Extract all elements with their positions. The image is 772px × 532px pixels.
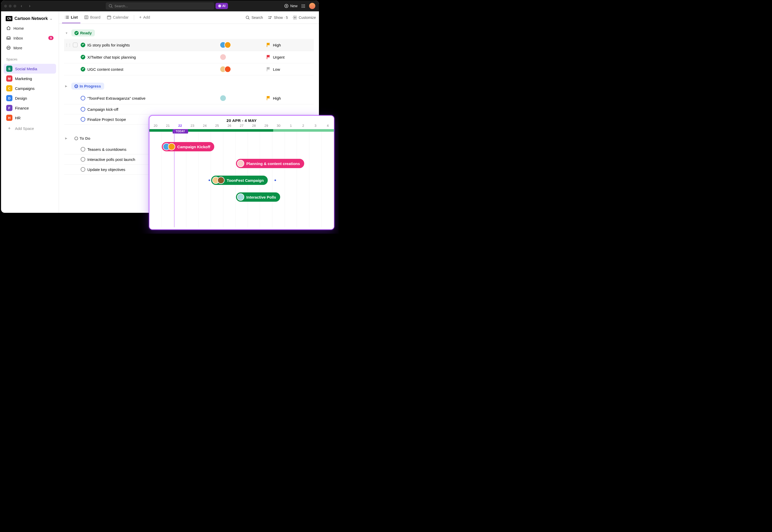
nav-forward[interactable]: › <box>27 4 33 8</box>
svg-point-11 <box>294 17 296 18</box>
svg-point-10 <box>270 18 271 19</box>
space-icon: C <box>6 85 12 91</box>
user-avatar[interactable] <box>309 3 315 9</box>
workspace-logo: CN <box>6 16 12 21</box>
task-name: X/Twitter chat topic planning <box>87 55 220 59</box>
gantt-day: 28 <box>248 124 260 128</box>
nav-back[interactable]: ‹ <box>18 4 25 8</box>
add-space-button[interactable]: + Add Space <box>4 124 56 133</box>
sidebar-home[interactable]: Home <box>4 24 56 33</box>
sidebar: CN Cartoon Network ⌄ Home Inbox 9 More S… <box>1 11 59 213</box>
svg-point-3 <box>7 48 8 48</box>
gantt-range-label: 20 APR - 4 MAY <box>149 116 334 124</box>
task-row[interactable]: ⋮⋮ "ToonFest Extravaganza" creative High <box>64 92 314 104</box>
status-icon[interactable] <box>81 107 85 112</box>
gantt-bar[interactable]: Campaign Kickoff <box>162 142 215 151</box>
drag-handle-icon[interactable]: ⋮⋮ <box>65 43 73 47</box>
search-placeholder: Search... <box>114 4 128 8</box>
gantt-bar[interactable]: Planning & content creations <box>236 159 304 168</box>
add-view-button[interactable]: + Add <box>137 12 153 23</box>
gear-icon <box>293 15 297 20</box>
sidebar-space-design[interactable]: DDesign <box>4 93 56 103</box>
task-row[interactable]: ⋮⋮ Campaign kick-off <box>64 104 314 114</box>
space-icon: S <box>6 66 12 72</box>
svg-rect-6 <box>84 16 88 19</box>
status-icon[interactable] <box>81 147 85 152</box>
svg-point-4 <box>8 48 9 48</box>
gantt-bar[interactable]: Interactive Polls <box>236 192 280 202</box>
flag-icon <box>266 55 270 59</box>
priority-cell[interactable]: Urgent <box>266 55 313 59</box>
task-row[interactable]: ⋮⋮ IG story polls for insights High <box>64 39 314 51</box>
task-row[interactable]: ⋮⋮ UGC content contest Low <box>64 63 314 75</box>
customize-button[interactable]: Customize <box>293 15 316 20</box>
space-icon: D <box>6 95 12 101</box>
status-icon[interactable] <box>81 117 85 122</box>
new-button[interactable]: New <box>284 4 298 8</box>
chevron-icon: ▶ <box>65 137 69 140</box>
plus-icon: + <box>6 126 12 131</box>
status-icon[interactable] <box>81 167 85 172</box>
view-list-tab[interactable]: List <box>62 12 80 23</box>
today-label: TODAY <box>172 129 188 134</box>
apps-grid-icon[interactable] <box>302 4 305 8</box>
gantt-day: 29 <box>260 124 273 128</box>
svg-point-5 <box>9 48 10 48</box>
sidebar-more[interactable]: More <box>4 43 56 52</box>
flag-icon <box>266 96 270 100</box>
task-name: Campaign kick-off <box>87 107 220 112</box>
sidebar-space-hr[interactable]: HHR <box>4 113 56 123</box>
home-icon <box>6 26 11 30</box>
svg-rect-7 <box>107 16 111 19</box>
workspace-selector[interactable]: CN Cartoon Network ⌄ <box>4 14 56 23</box>
gantt-day: 20 <box>149 124 162 128</box>
list-icon <box>65 15 69 20</box>
view-calendar-tab[interactable]: Calendar <box>104 12 131 23</box>
status-icon[interactable] <box>81 67 85 72</box>
task-checkbox[interactable] <box>73 43 77 47</box>
assignees[interactable] <box>220 95 266 101</box>
status-icon[interactable] <box>81 96 85 100</box>
view-board-tab[interactable]: Board <box>81 12 103 23</box>
search-icon <box>108 4 113 8</box>
sidebar-space-campaigns[interactable]: CCampaigns <box>4 83 56 93</box>
gantt-day: 22 <box>174 124 186 128</box>
chevron-icon: ▼ <box>65 32 69 35</box>
gantt-body: TODAYCampaign KickoffPlanning & content … <box>149 129 334 227</box>
group-header-ready[interactable]: ▼Ready <box>64 27 314 39</box>
search-view-button[interactable]: Search <box>245 15 263 20</box>
sidebar-space-marketing[interactable]: MMarketing <box>4 74 56 83</box>
show-columns-button[interactable]: Show · 5 <box>268 15 288 20</box>
global-search[interactable]: Search... <box>106 2 214 10</box>
sparkle-icon <box>218 4 221 7</box>
flag-icon <box>266 67 270 71</box>
svg-point-9 <box>271 16 271 17</box>
group-header-inprogress[interactable]: ▶In Progress <box>64 80 314 92</box>
task-row[interactable]: ⋮⋮ X/Twitter chat topic planning Urgent <box>64 51 314 63</box>
sliders-icon <box>268 15 272 20</box>
flag-icon <box>266 43 270 47</box>
ai-button[interactable]: AI <box>216 3 228 9</box>
gantt-day: 23 <box>186 124 199 128</box>
sidebar-inbox[interactable]: Inbox 9 <box>4 34 56 42</box>
calendar-icon <box>107 15 111 20</box>
status-icon[interactable] <box>81 157 85 162</box>
task-name: "ToonFest Extravaganza" creative <box>87 96 220 100</box>
window-controls[interactable] <box>4 5 16 7</box>
priority-cell[interactable]: Low <box>266 67 313 72</box>
gantt-day: 4 <box>322 124 334 128</box>
sidebar-space-finance[interactable]: FFinance <box>4 103 56 113</box>
search-icon <box>245 15 250 20</box>
chevron-down-icon: ⌄ <box>50 17 52 20</box>
assignees[interactable] <box>220 42 266 48</box>
topbar: ‹ › Search... AI New <box>1 1 319 11</box>
view-tabs: List Board Calendar + Add <box>59 11 319 24</box>
status-icon[interactable] <box>81 55 85 59</box>
sidebar-space-social-media[interactable]: SSocial Media <box>4 64 56 74</box>
assignees[interactable] <box>220 66 266 73</box>
gantt-bar[interactable]: ToonFest Campaign <box>211 176 268 185</box>
status-icon[interactable] <box>81 43 85 47</box>
assignees[interactable] <box>220 54 266 60</box>
priority-cell[interactable]: High <box>266 43 313 47</box>
priority-cell[interactable]: High <box>266 96 313 100</box>
